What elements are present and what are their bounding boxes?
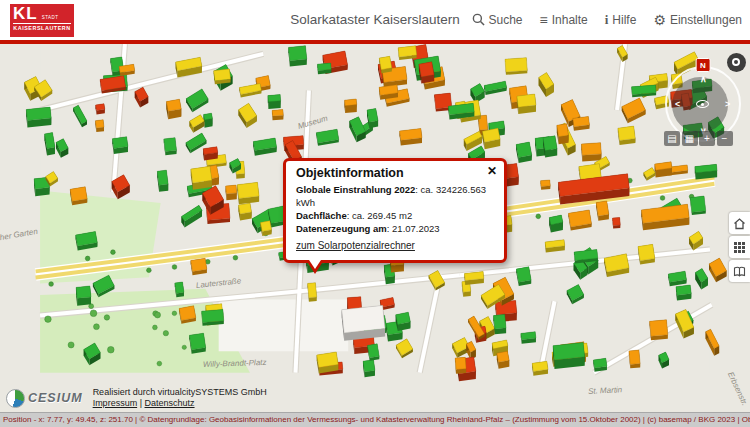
- kaiserslautern-logo[interactable]: KL STADT KAISERSLAUTERN: [10, 4, 74, 37]
- plaza-area: [219, 299, 349, 351]
- pan-up-arrow-icon[interactable]: ∧: [700, 75, 707, 84]
- grid-button[interactable]: ▦: [682, 131, 698, 146]
- apps-grid-button[interactable]: [729, 236, 750, 258]
- gear-icon: ⚙: [653, 13, 666, 27]
- cesium-wordmark: CESIUM: [28, 391, 83, 405]
- logo-stadt: STADT: [42, 16, 59, 21]
- status-bar: Position - x: 7.77, y: 49.45, z: 251.70 …: [0, 412, 750, 427]
- popup-title: Objektinformation: [296, 166, 494, 180]
- logo-city: KAISERSLAUTERN: [13, 23, 71, 31]
- map-toolbar: ▤ ▦ + −: [664, 131, 733, 146]
- view-mode-button[interactable]: [727, 53, 746, 72]
- cesium-logo[interactable]: CESIUM: [6, 389, 83, 408]
- search-icon: [472, 13, 485, 28]
- menu-label-hilfe: Hilfe: [612, 13, 636, 27]
- grid-icon: [733, 241, 746, 254]
- menu-item-inhalte[interactable]: ≡ Inhalte: [540, 13, 588, 27]
- menu-item-einstellungen[interactable]: ⚙ Einstellungen: [653, 13, 742, 27]
- menu-label-inhalte: Inhalte: [552, 13, 588, 27]
- popup-row-einstrahlung: Globale Einstrahlung 2022: ca. 324226.56…: [296, 183, 494, 209]
- pan-right-arrow-icon[interactable]: >: [725, 100, 730, 109]
- close-icon[interactable]: ✕: [487, 165, 497, 177]
- solarpotenzialrechner-link[interactable]: zum Solarpotenzialrechner: [296, 240, 415, 251]
- legend-book-button[interactable]: [729, 260, 750, 282]
- edge-toolbar: [729, 212, 750, 282]
- link-separator: |: [140, 398, 142, 408]
- north-badge[interactable]: N: [696, 58, 711, 72]
- compass-eye-icon[interactable]: [696, 100, 709, 108]
- menu-item-hilfe[interactable]: i Hilfe: [605, 12, 637, 28]
- pan-left-arrow-icon[interactable]: <: [675, 100, 680, 109]
- impressum-link[interactable]: Impressum: [93, 398, 138, 408]
- popup-tail: [306, 260, 324, 274]
- popup-row-datenerzeugung: Datenerzeugung am: 21.07.2023: [296, 222, 494, 235]
- menu-label-einstellungen: Einstellungen: [670, 13, 742, 27]
- tilt-mode-button[interactable]: ▤: [664, 131, 680, 146]
- page-title: Solarkataster Kaiserslautern: [290, 0, 460, 40]
- cesium-globe-icon: [6, 389, 25, 408]
- menu-icon: ≡: [540, 13, 548, 27]
- app-header: KL STADT KAISERSLAUTERN Solarkataster Ka…: [0, 0, 750, 44]
- view-mode-icon: [732, 58, 740, 66]
- home-button[interactable]: [729, 212, 750, 234]
- attribution-block: CESIUM Realisiert durch virtualcitySYSTE…: [6, 387, 267, 409]
- header-menu: Suche ≡ Inhalte i Hilfe ⚙ Einstellungen: [472, 0, 743, 40]
- book-icon: [733, 265, 746, 278]
- status-text: Position - x: 7.77, y: 49.45, z: 251.70 …: [3, 415, 750, 424]
- info-icon: i: [605, 12, 609, 28]
- realized-by-text: Realisiert durch virtualcitySYSTEMS GmbH: [93, 387, 267, 398]
- menu-label-suche: Suche: [489, 13, 523, 27]
- popup-row-dachflaeche: Dachfläche: ca. 269.45 m2: [296, 209, 494, 222]
- datenschutz-link[interactable]: Datenschutz: [145, 398, 195, 408]
- object-info-popup: ✕ Objektinformation Globale Einstrahlung…: [283, 158, 507, 263]
- logo-kl: KL: [13, 5, 38, 22]
- menu-item-suche[interactable]: Suche: [472, 13, 523, 28]
- zoom-in-button[interactable]: +: [699, 131, 715, 146]
- home-icon: [733, 217, 746, 230]
- zoom-out-button[interactable]: −: [717, 131, 733, 146]
